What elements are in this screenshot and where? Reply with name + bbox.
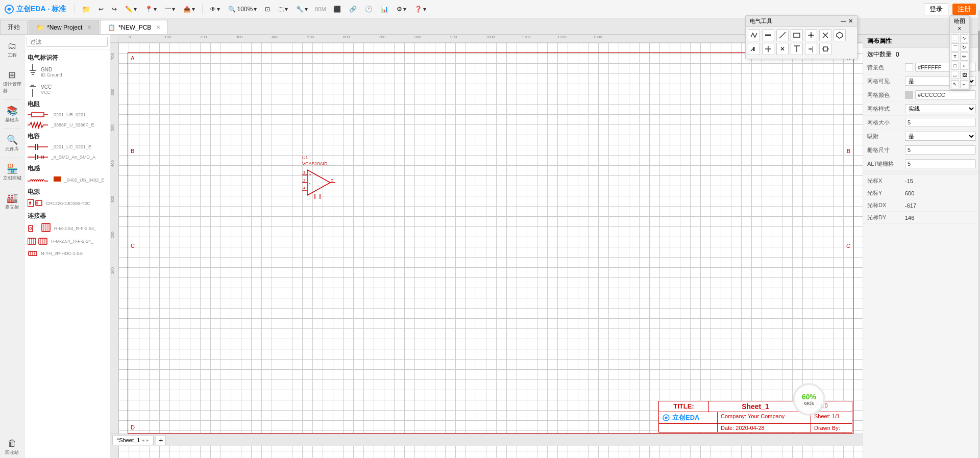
toolbar-tools[interactable]: 🔧▾	[293, 3, 311, 16]
draw-rotate[interactable]: ↻	[960, 43, 968, 52]
tab-home[interactable]: 开始	[0, 20, 28, 34]
sidebar-item-basic-lib[interactable]: 📚 基础库	[2, 103, 22, 125]
tab-close-1[interactable]: ✕	[87, 24, 91, 30]
list-item[interactable]: GND ID Ground	[27, 63, 108, 81]
toolbar-settings[interactable]: ⚙▾	[394, 3, 409, 16]
register-button[interactable]: 注册	[952, 4, 976, 15]
list-item[interactable]: CR1220-2JC005-T2C	[27, 197, 108, 210]
lib-content: 电气标识符 GND ID Ground	[24, 49, 110, 458]
tool-junction[interactable]	[805, 29, 817, 41]
snap-select[interactable]: 是 否	[905, 132, 976, 141]
schematic-canvas[interactable]: A A D D B C B C U1 VCAS10AID	[118, 43, 863, 458]
tool-pin[interactable]	[791, 43, 803, 55]
title-cell-value: Sheet_1	[709, 401, 802, 412]
list-item[interactable]: _0201_UR_0201_	[27, 110, 108, 120]
tool-no-connect[interactable]	[819, 29, 831, 41]
tool-bus-entry[interactable]	[748, 43, 760, 55]
prop-cursor-y-value: 600	[905, 190, 914, 196]
toolbar-help[interactable]: ❓▾	[411, 3, 429, 16]
list-item[interactable]: _0402_US_0402_E	[27, 174, 108, 186]
list-item[interactable]: N-TH_2P-HDC-2.54-	[27, 247, 108, 260]
main-area: 🗂 工程 ⊞ 设计管理器 📚 基础库 🔍 元件库 🏪 立创商城 🏭 嘉立创	[0, 35, 980, 458]
toolbar-draw[interactable]: ✏️▾	[122, 3, 140, 16]
component-lib-label: 元件库	[5, 146, 19, 152]
elec-tools-minimize[interactable]: —	[841, 18, 846, 24]
lib-search-input[interactable]	[27, 37, 108, 47]
draw-tools-close[interactable]: ✕	[958, 26, 962, 31]
toolbar-fit[interactable]: ⊡	[262, 3, 273, 16]
sidebar-item-component-lib[interactable]: 🔍 元件库	[2, 132, 22, 155]
tool-cross[interactable]	[762, 43, 774, 55]
toolbar-export[interactable]: 📤▾	[180, 3, 198, 16]
toolbar-share[interactable]: 🔗	[346, 3, 360, 16]
list-item[interactable]: _3386P_U_3386P_E	[27, 120, 108, 130]
draw-ellipse[interactable]: ○	[960, 62, 968, 70]
toolbar-undo[interactable]: ↩	[95, 3, 107, 16]
list-item[interactable]: R-M-2.54_R-F-2.54_	[27, 221, 108, 235]
toolbar-file[interactable]: 📁	[79, 3, 93, 16]
canvas-area[interactable]: 0 100 200 300 400 500 600 700 800 900 10…	[110, 35, 863, 458]
toolbar-export2[interactable]: ⬚▾	[275, 3, 291, 16]
tab-close-2[interactable]: ✕	[156, 24, 160, 30]
tool-line[interactable]	[776, 29, 789, 41]
tool-measure[interactable]: ≈|	[805, 43, 817, 55]
drawing-tools-panel: 绘图 ✕ ⬚ ∿ ⌒ ↻ T ✏ □ ○ ◡ 🖼	[949, 15, 970, 90]
grid-style-select[interactable]: 实线 虚线 点	[905, 104, 976, 113]
tool-bus-wire[interactable]	[762, 29, 774, 41]
grid-size-input[interactable]	[905, 118, 976, 127]
draw-rect[interactable]: □	[951, 62, 959, 70]
tool-component[interactable]	[819, 43, 831, 55]
bg-color-swatch[interactable]	[905, 63, 913, 71]
login-button[interactable]: 登录	[924, 3, 948, 15]
list-item[interactable]: R-M-2.54_R-F-2.54_	[27, 235, 108, 247]
toolbar-redo[interactable]: ↪	[109, 3, 120, 16]
border-c-left: C	[131, 243, 135, 249]
grid-color-swatch[interactable]	[905, 91, 913, 99]
view-icon: 👁	[210, 6, 216, 13]
toolbar-history[interactable]: 🕐	[362, 3, 376, 16]
sidebar-item-trash[interactable]: 🗑 回收站	[2, 436, 22, 458]
svg-text:5: 5	[331, 179, 333, 182]
svg-rect-28	[28, 199, 34, 207]
toolbar-route[interactable]: 〰▾	[162, 3, 178, 16]
alt-grid-input[interactable]	[905, 159, 976, 168]
sheet-tab-nav-next[interactable]: ▸	[146, 438, 149, 443]
grid-snap-input[interactable]	[905, 145, 976, 155]
draw-text[interactable]: T	[951, 53, 959, 61]
draw-image[interactable]: 🖼	[960, 71, 968, 79]
draw-rect-sel[interactable]: ⬚	[951, 34, 959, 42]
sheet-tab-nav-prev[interactable]: ◂	[142, 438, 144, 443]
canvas-component: U1 VCAS10AID	[302, 155, 343, 205]
sidebar-item-jlc[interactable]: 🏭 嘉立创	[2, 190, 22, 213]
elec-tools-close[interactable]: ✕	[848, 18, 853, 24]
draw-arc[interactable]: ⌒	[951, 43, 959, 52]
sidebar-item-design-manager[interactable]: ⊞ 设计管理器	[2, 67, 22, 96]
tool-delete[interactable]: ✕	[776, 43, 789, 55]
add-sheet-button[interactable]: +	[156, 435, 166, 445]
draw-cursor[interactable]: ↖	[951, 80, 959, 88]
toolbar-layers[interactable]: 📊	[378, 3, 391, 16]
list-item[interactable]: _n_SMD_An_SMD_A	[27, 152, 108, 162]
toolbar-zoom[interactable]: 🔍 100%▾	[225, 3, 260, 16]
tab-new-project[interactable]: 📁 *New Project ✕	[29, 20, 99, 34]
tool-rect[interactable]	[791, 29, 803, 41]
sheet-tabs: *Sheet_1 ◂ ▸ +	[110, 434, 863, 446]
toolbar-color[interactable]: ⬛	[330, 3, 344, 16]
draw-arc2[interactable]: ◡	[951, 71, 959, 79]
component-lib-icon: 🔍	[7, 134, 18, 145]
tool-poly[interactable]	[834, 29, 846, 41]
list-item[interactable]: VCC VCC	[27, 81, 108, 98]
toolbar-place[interactable]: 📍▾	[142, 3, 160, 16]
list-item[interactable]: _0201_UC_0201_E	[27, 142, 108, 152]
tab-new-pcb[interactable]: 📋 *NEW_PCB ✕	[100, 20, 168, 34]
sidebar-item-lcsc[interactable]: 🏪 立创商城	[2, 161, 22, 184]
tool-wire[interactable]	[748, 29, 760, 41]
sheet-tab-1[interactable]: *Sheet_1 ◂ ▸	[112, 435, 154, 445]
toolbar-view[interactable]: 👁▾	[207, 3, 223, 16]
sidebar-item-engineering[interactable]: 🗂 工程	[2, 39, 22, 61]
draw-row-1: ⬚ ∿	[951, 34, 968, 42]
draw-fit[interactable]: ⌐	[960, 80, 968, 88]
draw-pen[interactable]: ✏	[960, 53, 968, 61]
prop-divider	[863, 171, 980, 175]
draw-lasso[interactable]: ∿	[960, 34, 968, 42]
